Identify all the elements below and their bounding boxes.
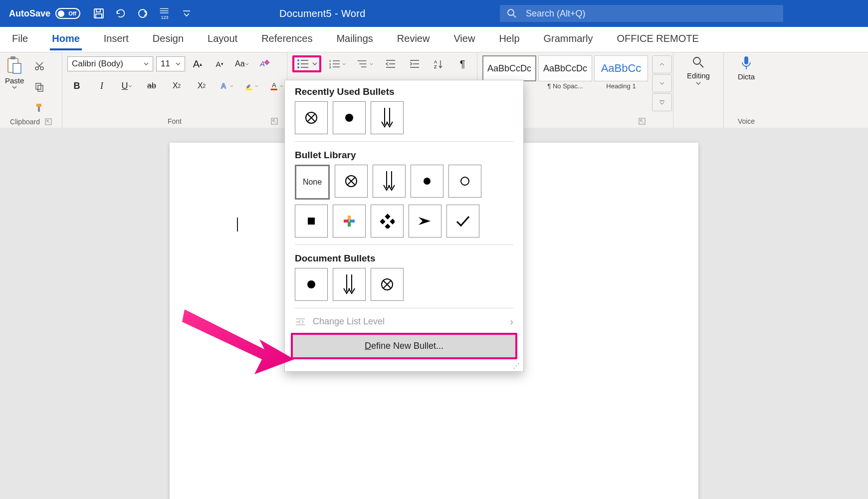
shrink-font-button[interactable]: A▾ — [210, 55, 229, 72]
text-effects-button[interactable]: A — [217, 77, 236, 94]
bullet-double-arrow-down[interactable] — [371, 101, 404, 134]
dialog-launcher-icon[interactable] — [45, 118, 52, 125]
editing-button[interactable]: Editing — [678, 55, 718, 85]
chevron-down-icon — [144, 62, 149, 65]
customize-qat-icon[interactable] — [180, 7, 193, 20]
define-new-bullet-menuitem[interactable]: Define New Bullet... — [293, 335, 515, 357]
tab-help[interactable]: Help — [497, 29, 521, 50]
styles-expand[interactable] — [652, 93, 672, 111]
app-name: Word — [341, 8, 366, 19]
style-heading1[interactable]: AaBbCc Heading 1 — [594, 55, 648, 90]
change-list-level-menuitem: Change List Level › — [285, 310, 523, 333]
style-sample: AaBbCcDc — [543, 63, 587, 74]
strikethrough-button[interactable]: ab — [142, 77, 161, 94]
paste-icon — [6, 55, 23, 75]
svg-point-62 — [345, 114, 353, 122]
bold-button[interactable]: B — [67, 77, 86, 94]
tab-review[interactable]: Review — [395, 29, 432, 50]
search-box[interactable]: Search (Alt+Q) — [500, 5, 783, 22]
bullet-four-color[interactable] — [333, 205, 366, 238]
bullet-disc[interactable] — [295, 268, 328, 301]
bullet-circled-x[interactable] — [335, 165, 368, 198]
bullet-disc[interactable] — [411, 165, 443, 198]
svg-line-56 — [700, 64, 703, 67]
tab-file[interactable]: File — [10, 29, 30, 50]
copy-button[interactable] — [30, 78, 49, 95]
undo-icon[interactable] — [114, 7, 127, 20]
resize-grip-icon[interactable]: ⋰ — [285, 362, 523, 370]
tab-grammarly[interactable]: Grammarly — [542, 29, 595, 50]
bullet-double-arrow-down[interactable] — [373, 165, 406, 198]
svg-text:A: A — [272, 81, 276, 89]
tab-design[interactable]: Design — [151, 29, 186, 50]
tab-mailings[interactable]: Mailings — [334, 29, 375, 50]
font-color-button[interactable]: A — [267, 77, 286, 94]
tab-home[interactable]: Home — [50, 29, 82, 50]
bullet-circled-x[interactable] — [371, 268, 404, 301]
bullet-disc[interactable] — [333, 101, 366, 134]
recent-bullets-grid — [285, 101, 523, 139]
redo-icon[interactable] — [136, 7, 149, 20]
group-clipboard: Paste Clipboard — [0, 52, 62, 128]
bullet-square[interactable] — [295, 205, 328, 238]
grow-font-button[interactable]: A▴ — [188, 55, 207, 72]
bullet-none[interactable]: None — [295, 165, 330, 200]
bullet-circled-x[interactable] — [295, 101, 328, 134]
decrease-indent-button[interactable] — [381, 55, 400, 72]
bullet-circle[interactable] — [448, 165, 481, 198]
scissors-icon — [34, 61, 44, 71]
svg-rect-79 — [390, 219, 395, 224]
underline-button[interactable]: U — [117, 77, 136, 94]
style-sample: AaBbCcDc — [487, 63, 531, 74]
tab-references[interactable]: References — [259, 29, 314, 50]
styles-scroll-up[interactable] — [652, 55, 672, 73]
text-effects-icon: A — [220, 80, 230, 92]
bullet-arrowhead[interactable] — [409, 205, 441, 238]
cut-button[interactable] — [30, 57, 49, 74]
dialog-launcher-icon[interactable] — [639, 118, 646, 125]
line-number-icon[interactable]: 123 — [158, 7, 171, 20]
numbering-button[interactable]: 123 — [326, 55, 349, 72]
svg-rect-19 — [36, 104, 41, 107]
styles-scroll-down[interactable] — [652, 74, 672, 92]
dictate-button[interactable]: Dicta — [729, 55, 764, 81]
font-size-combo[interactable]: 11 — [156, 56, 185, 71]
svg-rect-18 — [38, 85, 43, 91]
highlight-button[interactable] — [242, 77, 261, 94]
bullet-checkmark[interactable] — [446, 205, 479, 238]
recent-bullets-title: Recently Used Bullets — [285, 80, 523, 101]
italic-button[interactable]: I — [92, 77, 111, 94]
define-new-bullet-highlight: Define New Bullet... — [291, 333, 517, 359]
title-separator: - — [335, 8, 338, 19]
autosave-toggle[interactable]: AutoSave Off — [9, 8, 80, 19]
style-nospacing[interactable]: AaBbCcDc ¶ No Spac... — [538, 55, 592, 90]
group-voice: Dicta Voice — [724, 52, 769, 128]
sort-button[interactable]: AZ — [429, 55, 448, 72]
bullets-button[interactable] — [292, 55, 321, 72]
subscript-button[interactable]: X2 — [167, 77, 186, 94]
bullet-four-diamond[interactable] — [371, 205, 404, 238]
tab-layout[interactable]: Layout — [206, 29, 239, 50]
multilevel-list-button[interactable] — [354, 55, 376, 72]
tab-view[interactable]: View — [451, 29, 477, 50]
superscript-button[interactable]: X2 — [192, 77, 211, 94]
svg-line-9 — [513, 15, 516, 17]
svg-rect-1 — [96, 9, 100, 12]
tab-insert[interactable]: Insert — [102, 29, 131, 50]
format-painter-button[interactable] — [30, 99, 49, 116]
bullet-double-arrow-down[interactable] — [333, 268, 366, 301]
paste-button[interactable]: Paste — [5, 55, 24, 89]
font-name-combo[interactable]: Calibri (Body) — [67, 56, 153, 71]
style-caption-heading1: Heading 1 — [606, 82, 636, 90]
save-icon[interactable] — [92, 7, 105, 20]
change-case-button[interactable]: Aa — [232, 55, 252, 72]
clear-formatting-button[interactable]: A — [255, 55, 274, 72]
svg-rect-76 — [348, 222, 351, 227]
svg-rect-57 — [744, 56, 748, 64]
tab-office-remote[interactable]: OFFICE REMOTE — [615, 29, 700, 50]
dialog-launcher-icon[interactable] — [271, 118, 278, 125]
show-marks-button[interactable]: ¶ — [453, 55, 472, 72]
increase-indent-button[interactable] — [405, 55, 424, 72]
svg-point-71 — [461, 177, 469, 185]
svg-point-33 — [297, 66, 299, 68]
